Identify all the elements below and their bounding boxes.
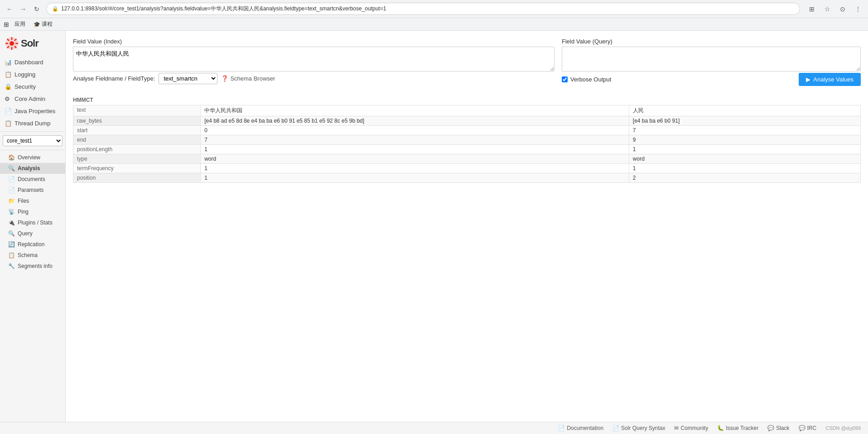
footer-documentation[interactable]: 📄 Documentation — [558, 425, 603, 431]
field-value-index-section: Field Value (Index) 中华人民共和国人民 — [73, 38, 555, 73]
sidebar-item-thread-dump-label: Thread Dump — [14, 120, 50, 127]
bookmark-apps[interactable]: 应用 — [12, 19, 28, 29]
back-button[interactable]: ← — [4, 3, 15, 15]
schema-icon: 📋 — [8, 252, 15, 258]
hmmct-label: HMMCT — [73, 97, 100, 103]
table-row: termFrequency 1 1 — [73, 164, 861, 173]
token2-cell: 7 — [629, 126, 860, 135]
thread-dump-icon: 📋 — [5, 120, 12, 127]
token1-cell: 1 — [201, 173, 629, 183]
refresh-button[interactable]: ↻ — [31, 3, 43, 15]
address-bar[interactable]: 🔒 127.0.0.1:8983/solr/#/core_test1/analy… — [46, 3, 800, 15]
token2-cell: 1 — [629, 145, 860, 154]
verbose-checkbox[interactable] — [562, 76, 568, 82]
footer-slack[interactable]: 💬 Slack — [767, 425, 789, 431]
sidebar-item-dashboard[interactable]: 📊 Dashboard — [0, 56, 65, 68]
sidebar: Solr 📊 Dashboard 📋 Logging 🔒 Security ⚙ … — [0, 31, 66, 434]
sidebar-item-overview-label: Overview — [18, 154, 40, 161]
community-icon: ✉ — [674, 425, 679, 431]
sidebar-item-replication-label: Replication — [18, 241, 44, 248]
sub-nav: 🏠 Overview 🔍 Analysis 📄 Documents 📄 Para… — [0, 152, 65, 272]
menu-button[interactable]: ⋮ — [852, 3, 864, 15]
bookmark-button[interactable]: ☆ — [821, 3, 834, 15]
sidebar-item-java-properties[interactable]: 📄 Java Properties — [0, 105, 65, 117]
table-row: end 7 9 — [73, 135, 861, 145]
sidebar-item-segments-info[interactable]: 🔧 Segments info — [0, 261, 65, 272]
sidebar-item-java-properties-label: Java Properties — [14, 108, 55, 114]
analysis-icon: 🔍 — [8, 165, 15, 172]
apps-icon: ⊞ — [4, 21, 9, 28]
toolbar-icons: ⊞ ☆ ⊙ ⋮ — [805, 3, 864, 15]
sidebar-item-documents[interactable]: 📄 Documents — [0, 174, 65, 185]
analyse-row: Analyse Fieldname / FieldType: text_smar… — [73, 73, 555, 84]
table-row: positionLength 1 1 — [73, 145, 861, 154]
sidebar-item-plugins-label: Plugins / Stats — [18, 219, 53, 226]
sidebar-item-thread-dump[interactable]: 📋 Thread Dump — [0, 117, 65, 129]
table-row: raw_bytes [e4 b8 ad e5 8d 8e e4 ba ba e6… — [73, 116, 861, 126]
sidebar-item-query[interactable]: 🔍 Query — [0, 228, 65, 239]
sidebar-item-security[interactable]: 🔒 Security — [0, 81, 65, 93]
sidebar-item-schema[interactable]: 📋 Schema — [0, 250, 65, 261]
sidebar-item-files[interactable]: 📁 Files — [0, 196, 65, 206]
schema-browser-link[interactable]: ❓ Schema Browser — [221, 75, 275, 82]
field-value-index-label: Field Value (Index) — [73, 38, 555, 45]
sidebar-item-logging-label: Logging — [14, 71, 35, 78]
token1-cell: 中华人民共和国 — [201, 105, 629, 116]
field-name-cell: text — [73, 105, 201, 116]
url-text: 127.0.0.1:8983/solr/#/core_test1/analysi… — [61, 5, 386, 13]
field-value-query-input[interactable] — [562, 47, 861, 72]
token1-cell: 1 — [201, 164, 629, 173]
sidebar-item-plugins-stats[interactable]: 🔌 Plugins / Stats — [0, 217, 65, 228]
field-inputs-layout: Field Value (Index) 中华人民共和国人民 Analyse Fi… — [73, 38, 861, 91]
footer-issue-tracker[interactable]: 🐛 Issue Tracker — [717, 425, 758, 431]
sidebar-item-files-label: Files — [18, 198, 29, 204]
profile-button[interactable]: ⊙ — [836, 3, 849, 15]
token2-cell: [e4 ba ba e6 b0 91] — [629, 116, 860, 126]
sidebar-item-analysis[interactable]: 🔍 Analysis — [0, 163, 65, 174]
forward-button[interactable]: → — [17, 3, 29, 15]
logo-area: Solr — [0, 31, 65, 56]
sidebar-item-overview[interactable]: 🏠 Overview — [0, 152, 65, 163]
core-selector[interactable]: core_test1 — [3, 135, 63, 146]
footer-community[interactable]: ✉ Community — [674, 425, 708, 431]
footer-credit: CSDN @dyj099 — [825, 425, 861, 431]
analysis-results: HMMCT text 中华人民共和国 人民 raw_bytes [e4 b8 a… — [73, 97, 861, 183]
sidebar-item-logging[interactable]: 📋 Logging — [0, 68, 65, 81]
right-col: Field Value (Query) Verbose Output ▶ Ana… — [562, 38, 861, 91]
analyse-values-button[interactable]: ▶ Analyse Values — [799, 73, 861, 86]
token2-cell: word — [629, 154, 860, 164]
app-container: Solr 📊 Dashboard 📋 Logging 🔒 Security ⚙ … — [0, 31, 868, 434]
solr-icon — [5, 36, 19, 51]
logging-icon: 📋 — [5, 71, 12, 78]
replication-icon: 🔄 — [8, 241, 15, 248]
sidebar-item-replication[interactable]: 🔄 Replication — [0, 239, 65, 250]
verbose-label[interactable]: Verbose Output — [570, 76, 611, 83]
bookmark-course[interactable]: 🎓 课程 — [31, 19, 55, 29]
field-name-cell: position — [73, 173, 201, 183]
extensions-button[interactable]: ⊞ — [805, 3, 818, 15]
irc-icon: 💬 — [799, 425, 805, 431]
fieldtype-select[interactable]: text_smartcn — [159, 73, 217, 84]
footer-irc[interactable]: 💬 IRC — [799, 425, 817, 431]
security-icon: 🔒 — [5, 83, 12, 90]
sidebar-item-core-admin-label: Core Admin — [14, 95, 45, 102]
token1-cell: 0 — [201, 126, 629, 135]
token1-cell: [e4 b8 ad e5 8d 8e e4 ba ba e6 b0 91 e5 … — [201, 116, 629, 126]
query-icon: 🔍 — [8, 230, 15, 237]
sidebar-item-ping-label: Ping — [18, 209, 29, 215]
table-row: type word word — [73, 154, 861, 164]
core-admin-icon: ⚙ — [5, 95, 12, 102]
field-name-cell: positionLength — [73, 145, 201, 154]
overview-icon: 🏠 — [8, 154, 15, 161]
sidebar-item-ping[interactable]: 📡 Ping — [0, 206, 65, 217]
sidebar-item-paramsets[interactable]: 📄 Paramsets — [0, 185, 65, 196]
core-selector-area: core_test1 — [0, 131, 65, 150]
field-value-index-input[interactable]: 中华人民共和国人民 — [73, 47, 555, 72]
token1-cell: 7 — [201, 135, 629, 145]
sidebar-item-core-admin[interactable]: ⚙ Core Admin — [0, 93, 65, 105]
footer-solr-query-syntax[interactable]: 📄 Solr Query Syntax — [612, 425, 665, 431]
help-icon: ❓ — [221, 75, 228, 82]
field-name-cell: end — [73, 135, 201, 145]
sidebar-item-query-label: Query — [18, 230, 33, 237]
table-row: text 中华人民共和国 人民 — [73, 105, 861, 116]
